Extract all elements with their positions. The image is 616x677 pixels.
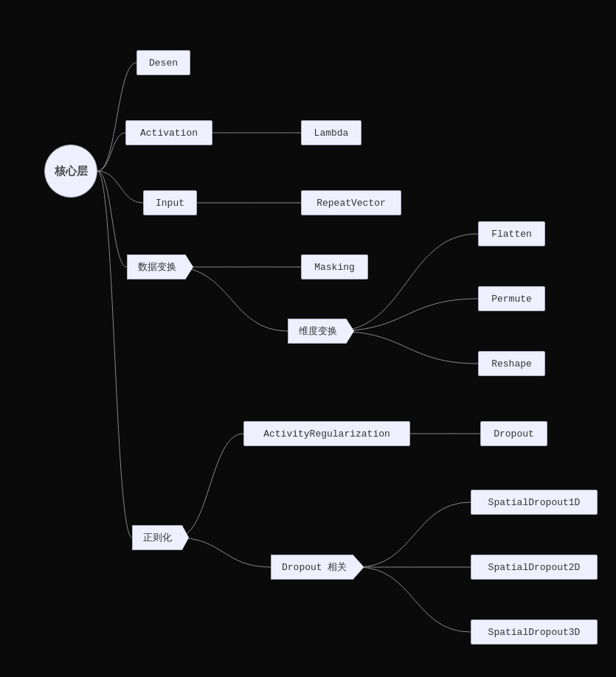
mindmap-canvas: 核心层DesenActivationInput数据变换正则化LambdaRepe…: [0, 0, 616, 677]
node-shujubianhuan: 数据变换: [127, 254, 193, 280]
node-input: Input: [143, 190, 197, 215]
node-desen: Desen: [136, 50, 190, 75]
node-activityreg: ActivityRegularization: [243, 421, 410, 446]
node-masking: Masking: [301, 254, 368, 280]
node-spatialdropout1d: SpatialDropout1D: [471, 490, 598, 515]
node-core: 核心层: [44, 145, 97, 198]
node-spatialdropout3d: SpatialDropout3D: [471, 619, 598, 645]
node-dropout: Dropout: [480, 421, 547, 446]
node-permute: Permute: [478, 286, 545, 311]
node-repeatvector: RepeatVector: [301, 190, 401, 215]
node-flatten: Flatten: [478, 221, 545, 246]
node-weidubianhuan: 维度变换: [288, 319, 354, 344]
node-zhengzehua: 正则化: [132, 525, 189, 550]
node-activation: Activation: [125, 120, 212, 145]
node-reshape: Reshape: [478, 351, 545, 376]
node-lambda: Lambda: [301, 120, 361, 145]
node-dropoutxiangguan: Dropout 相关: [271, 555, 364, 580]
node-spatialdropout2d: SpatialDropout2D: [471, 555, 598, 580]
